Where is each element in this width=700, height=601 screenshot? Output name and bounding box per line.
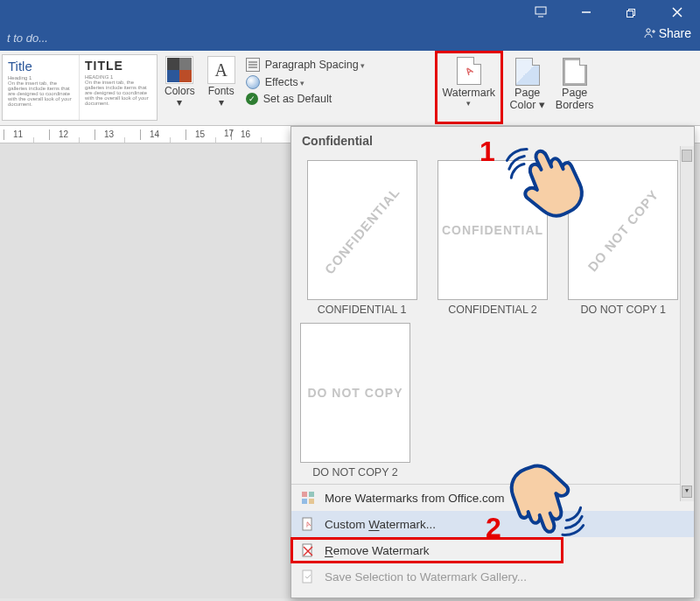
annotation-number-1: 1 — [480, 136, 495, 168]
svg-rect-11 — [309, 492, 314, 497]
paragraph-spacing-button[interactable]: Paragraph Spacing — [246, 58, 365, 72]
scroll-down-button[interactable]: ▾ — [682, 486, 692, 498]
page-color-button[interactable]: Page Color ▾ — [505, 54, 550, 124]
svg-point-6 — [646, 29, 649, 32]
office-icon — [300, 490, 316, 506]
watermark-icon: A — [457, 57, 481, 85]
ribbon-display-options-icon[interactable] — [523, 0, 558, 24]
paragraph-group: Paragraph Spacing Effects ✓ Set as Defau… — [242, 54, 370, 125]
svg-rect-13 — [309, 499, 314, 504]
watermark-gallery: CONFIDENTIAL CONFIDENTIAL 1 CONFIDENTIAL… — [291, 155, 694, 318]
window-titlebar — [0, 0, 700, 24]
share-label: Share — [659, 26, 691, 40]
fonts-icon: A — [207, 56, 235, 84]
style-card-title-1[interactable]: Title Heading 1 On the insert tab, the g… — [3, 55, 80, 120]
check-icon: ✓ — [246, 93, 258, 105]
colors-icon — [165, 56, 193, 84]
ribbon: Title Heading 1 On the insert tab, the g… — [0, 51, 700, 126]
user-share-icon — [643, 27, 655, 39]
menu-save-selection-gallery: Save Selection to Watermark Gallery... — [291, 563, 694, 590]
menu-more-watermarks[interactable]: More Watermarks from Office.com ▸ — [291, 485, 694, 511]
svg-rect-12 — [302, 499, 307, 504]
watermark-tile-do-not-copy-1[interactable]: DO NOT COPY DO NOT COPY 1 — [562, 160, 685, 316]
window-minimize-button[interactable] — [569, 0, 604, 24]
ruler-end-marker: 17 — [224, 129, 234, 138]
annotation-number-2: 2 — [486, 512, 501, 544]
watermark-tile-do-not-copy-2[interactable]: DO NOT COPY DO NOT COPY 2 — [300, 323, 410, 479]
fonts-button[interactable]: A Fonts ▾ — [202, 54, 241, 121]
svg-rect-19 — [303, 570, 312, 583]
window-close-button[interactable] — [660, 0, 695, 24]
effects-icon — [246, 75, 260, 89]
colors-button[interactable]: Colors ▾ — [159, 54, 200, 121]
document-formatting-gallery[interactable]: Title Heading 1 On the insert tab, the g… — [2, 54, 158, 121]
custom-watermark-icon: A — [300, 516, 316, 532]
save-gallery-icon — [300, 569, 316, 584]
scroll-up-button[interactable] — [682, 150, 692, 162]
style-title: Title — [8, 59, 74, 73]
svg-rect-3 — [627, 11, 634, 17]
style-card-title-2[interactable]: TITLE HEADING 1 On the insert tab, the g… — [80, 55, 157, 120]
page-borders-button[interactable]: Page Borders — [552, 54, 598, 124]
watermark-button[interactable]: A Watermark ▾ — [435, 51, 503, 124]
svg-rect-10 — [302, 492, 307, 497]
effects-button[interactable]: Effects — [246, 75, 365, 89]
ribbon-tabs-area: t to do... Share — [0, 24, 700, 51]
dropdown-scrollbar[interactable]: ▾ — [680, 146, 694, 501]
set-as-default-button[interactable]: ✓ Set as Default — [246, 93, 365, 105]
watermark-tile-confidential-2[interactable]: CONFIDENTIAL CONFIDENTIAL 2 — [430, 160, 554, 316]
page-color-icon — [515, 58, 540, 86]
style-title: TITLE — [85, 59, 151, 73]
paragraph-spacing-icon — [246, 58, 260, 72]
page-borders-icon — [563, 58, 587, 86]
tell-me-input[interactable]: t to do... — [7, 31, 48, 45]
window-restore-button[interactable] — [614, 0, 649, 24]
chevron-down-icon: ▾ — [466, 99, 471, 108]
watermark-tile-confidential-1[interactable]: CONFIDENTIAL CONFIDENTIAL 1 — [300, 160, 424, 316]
svg-rect-0 — [536, 7, 546, 14]
remove-watermark-icon — [300, 542, 316, 558]
share-button[interactable]: Share — [643, 26, 691, 40]
